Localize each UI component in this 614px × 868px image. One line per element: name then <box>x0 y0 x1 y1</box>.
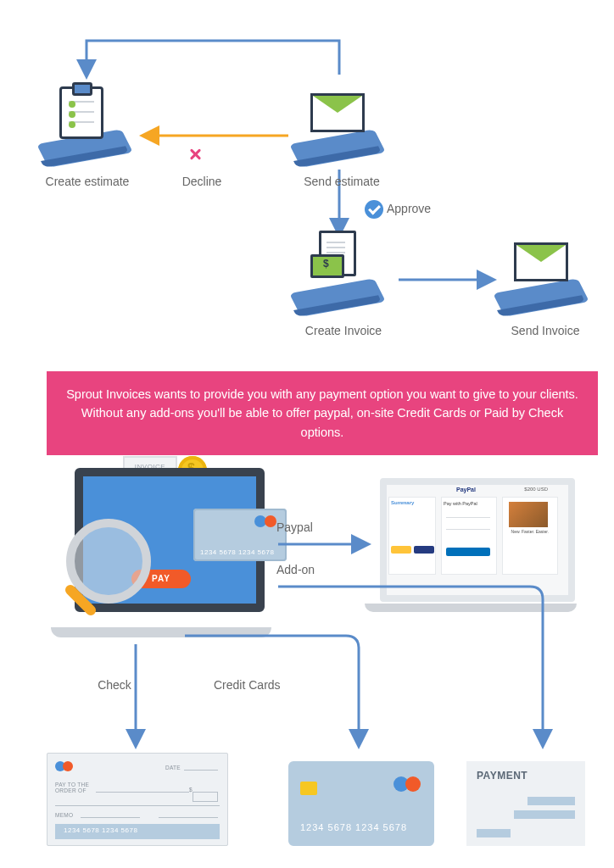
label-send-invoice: Send Invoice <box>490 324 600 337</box>
checklist-icon <box>59 86 103 139</box>
invoice-icon <box>314 231 356 281</box>
label-check: Check <box>85 678 144 692</box>
payment-receipt-illustration: PAYMENT <box>466 761 585 846</box>
label-decline: Decline <box>168 175 236 188</box>
label-paypal: Paypal <box>276 520 336 534</box>
laptop-paypal: Summary PayPal $200 USD Pay with PayPal … <box>365 478 577 622</box>
info-banner: Sprout Invoices wants to provide you wit… <box>47 371 598 455</box>
node-send-invoice <box>499 251 592 302</box>
label-credit-cards: Credit Cards <box>214 678 307 692</box>
approve-check-icon <box>365 200 383 219</box>
envelope-icon <box>310 93 365 132</box>
label-create-estimate: Create estimate <box>32 175 142 188</box>
label-create-invoice: Create Invoice <box>288 324 399 337</box>
envelope-icon <box>514 242 568 281</box>
label-addon: Add-on <box>276 563 336 576</box>
decline-x-icon <box>188 147 202 161</box>
node-create-estimate <box>42 102 136 153</box>
laptop-invoice: INVOICE 1234 5678 1234 5678 PAY <box>51 468 271 637</box>
node-send-estimate <box>295 102 388 153</box>
credit-card-icon: 1234 5678 1234 5678 <box>193 509 287 561</box>
label-send-estimate: Send estimate <box>295 175 388 188</box>
label-approve: Approve <box>387 202 446 215</box>
diagram-page: Create estimate Send estimate Decline Ap… <box>0 0 614 868</box>
node-create-invoice <box>295 251 388 302</box>
credit-card-illustration: 1234 5678 1234 5678 <box>288 761 434 846</box>
check-illustration: DATE PAY TO THE ORDER OF $ MEMO 1234 567… <box>47 753 228 846</box>
